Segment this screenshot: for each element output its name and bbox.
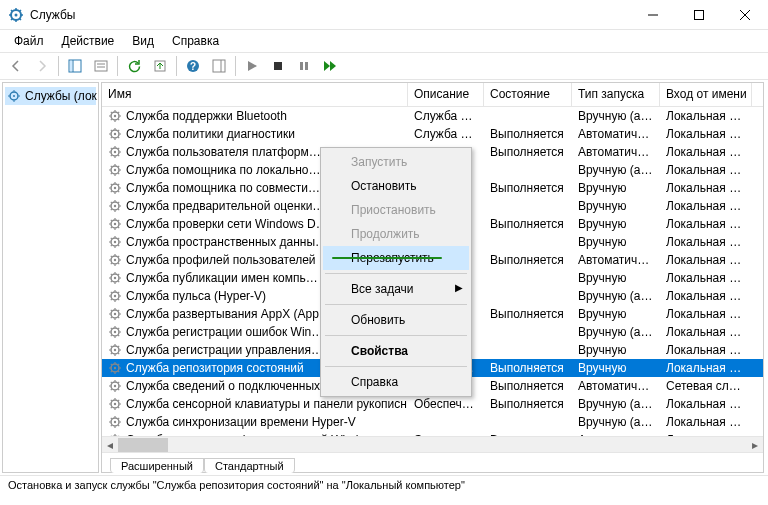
service-name-text: Служба регистрации ошибок Win… — [126, 325, 323, 339]
cell-logon: Локальная сис… — [660, 145, 752, 159]
back-button[interactable] — [4, 54, 28, 78]
svg-point-31 — [114, 187, 116, 189]
export-button[interactable] — [148, 54, 172, 78]
ctx-resume: Продолжить — [323, 222, 469, 246]
service-gear-icon — [108, 271, 122, 285]
column-description[interactable]: Описание — [408, 83, 484, 106]
cell-logon: Локальная сис… — [660, 253, 752, 267]
service-gear-icon — [108, 235, 122, 249]
cell-logon: Локальная сис… — [660, 343, 752, 357]
highlight-underline — [332, 257, 442, 259]
cell-logon: Локальная слу… — [660, 217, 752, 231]
ctx-help[interactable]: Справка — [323, 370, 469, 394]
tab-extended[interactable]: Расширенный — [110, 458, 204, 473]
ctx-stop[interactable]: Остановить — [323, 174, 469, 198]
cell-description: Служба п… — [408, 127, 484, 141]
menu-action[interactable]: Действие — [54, 32, 123, 50]
ctx-start: Запустить — [323, 150, 469, 174]
cell-startup: Автоматиче… — [572, 145, 660, 159]
ctx-all-tasks[interactable]: Все задачи▶ — [323, 277, 469, 301]
service-row[interactable]: Служба политики диагностикиСлужба п…Выпо… — [102, 125, 763, 143]
cell-logon: Локальная слу… — [660, 415, 752, 429]
svg-point-43 — [114, 295, 116, 297]
service-name-text: Служба репозитория состояний — [126, 361, 304, 375]
service-gear-icon — [108, 109, 122, 123]
svg-rect-8 — [70, 61, 72, 71]
service-gear-icon — [108, 307, 122, 321]
start-service-button[interactable] — [240, 54, 264, 78]
cell-logon: Локальная слу… — [660, 127, 752, 141]
toolbar: ? — [0, 52, 768, 80]
menu-view[interactable]: Вид — [124, 32, 162, 50]
tree-pane[interactable]: Службы (лок — [2, 82, 99, 473]
column-logon[interactable]: Вход от имени — [660, 83, 752, 106]
ctx-refresh[interactable]: Обновить — [323, 308, 469, 332]
scroll-left-arrow[interactable]: ◂ — [102, 437, 118, 453]
cell-startup: Вручную — [572, 181, 660, 195]
scroll-thumb[interactable] — [118, 438, 168, 452]
service-name-text: Служба пространственных данны… — [126, 235, 327, 249]
cell-state: Выполняется — [484, 181, 572, 195]
service-gear-icon — [108, 253, 122, 267]
tree-root-services[interactable]: Службы (лок — [5, 87, 96, 105]
cell-logon: Локальная сис… — [660, 325, 752, 339]
service-gear-icon — [108, 343, 122, 357]
tab-standard[interactable]: Стандартный — [204, 458, 295, 473]
ctx-separator — [325, 335, 467, 336]
menu-file[interactable]: Файл — [6, 32, 52, 50]
cell-startup: Вручную — [572, 307, 660, 321]
minimize-button[interactable] — [630, 0, 676, 30]
menu-help[interactable]: Справка — [164, 32, 227, 50]
cell-startup: Вручную (ак… — [572, 109, 660, 123]
column-startup[interactable]: Тип запуска — [572, 83, 660, 106]
maximize-button[interactable] — [676, 0, 722, 30]
context-menu: Запустить Остановить Приостановить Продо… — [320, 147, 472, 397]
service-name-text: Служба публикации имен компь… — [126, 271, 318, 285]
service-row[interactable]: Служба поддержки BluetoothСлужба Bl…Вруч… — [102, 107, 763, 125]
service-name-text: Служба проверки сети Windows D… — [126, 217, 328, 231]
column-headers: Имя Описание Состояние Тип запуска Вход … — [102, 83, 763, 107]
service-row[interactable]: Служба синхронизации времени Hyper-VВруч… — [102, 413, 763, 431]
forward-button[interactable] — [30, 54, 54, 78]
ctx-all-tasks-label: Все задачи — [351, 282, 414, 296]
toolbar-separator — [176, 56, 177, 76]
scroll-right-arrow[interactable]: ▸ — [747, 437, 763, 453]
service-gear-icon — [108, 397, 122, 411]
svg-rect-19 — [305, 62, 308, 70]
service-name-text: Служба поддержки Bluetooth — [126, 109, 287, 123]
show-hide-action-pane-button[interactable] — [207, 54, 231, 78]
svg-point-51 — [114, 367, 116, 369]
column-state[interactable]: Состояние — [484, 83, 572, 106]
column-name[interactable]: Имя — [102, 83, 408, 106]
cell-name: Служба поддержки Bluetooth — [102, 109, 408, 123]
ctx-separator — [325, 366, 467, 367]
cell-name: Служба политики диагностики — [102, 127, 408, 141]
service-gear-icon — [108, 163, 122, 177]
ctx-separator — [325, 304, 467, 305]
service-name-text: Служба пользователя платформ… — [126, 145, 321, 159]
scroll-track[interactable] — [118, 438, 747, 452]
svg-point-27 — [114, 151, 116, 153]
close-button[interactable] — [722, 0, 768, 30]
service-gear-icon — [108, 289, 122, 303]
show-hide-tree-button[interactable] — [63, 54, 87, 78]
cell-startup: Вручную — [572, 271, 660, 285]
service-name-text: Служба развертывания AppX (App… — [126, 307, 331, 321]
ctx-properties[interactable]: Свойства — [323, 339, 469, 363]
help-button[interactable]: ? — [181, 54, 205, 78]
window-buttons — [630, 0, 768, 30]
refresh-button[interactable] — [122, 54, 146, 78]
restart-service-button[interactable] — [318, 54, 342, 78]
cell-state: Выполняется — [484, 307, 572, 321]
cell-startup: Вручную — [572, 343, 660, 357]
service-gear-icon — [108, 379, 122, 393]
stop-service-button[interactable] — [266, 54, 290, 78]
svg-point-45 — [114, 313, 116, 315]
pause-service-button[interactable] — [292, 54, 316, 78]
cell-name: Служба сенсорной клавиатуры и панели рук… — [102, 397, 408, 411]
properties-button[interactable] — [89, 54, 113, 78]
horizontal-scrollbar[interactable]: ◂ ▸ — [102, 436, 763, 452]
cell-logon: Локальная сис… — [660, 163, 752, 177]
menu-bar: Файл Действие Вид Справка — [0, 30, 768, 52]
service-row[interactable]: Служба сенсорной клавиатуры и панели рук… — [102, 395, 763, 413]
